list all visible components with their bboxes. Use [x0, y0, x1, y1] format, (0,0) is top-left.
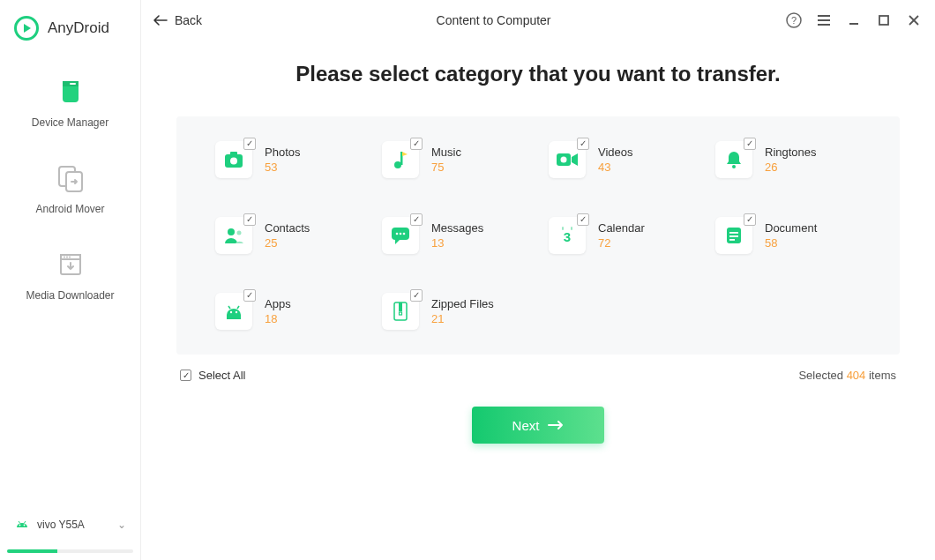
- sidebar-item-android-mover[interactable]: Android Mover: [0, 148, 140, 235]
- svg-point-7: [64, 257, 65, 258]
- sidebar-nav: Device Manager Android Mover Media Downl…: [0, 62, 140, 500]
- category-zipped-files[interactable]: Zipped Files 21: [382, 293, 527, 330]
- category-label: Videos: [598, 146, 633, 159]
- ringtones-icon: [715, 141, 752, 178]
- checkbox-icon: [744, 213, 756, 226]
- checkbox-icon: [243, 138, 256, 150]
- svg-rect-49: [399, 302, 402, 311]
- category-music[interactable]: Music 75: [382, 141, 527, 178]
- svg-point-44: [230, 311, 232, 313]
- contacts-icon: [215, 217, 252, 254]
- arrow-left-icon: [153, 15, 168, 26]
- category-grid-container: Photos 53 Music 75: [176, 116, 900, 355]
- svg-rect-2: [70, 83, 76, 85]
- select-all-checkbox[interactable]: Select All: [180, 369, 245, 382]
- category-count: 18: [265, 312, 291, 325]
- category-count: 26: [765, 161, 817, 174]
- window-actions: ?: [785, 11, 923, 29]
- transfer-icon: [53, 161, 88, 196]
- music-icon: [382, 141, 419, 178]
- close-button[interactable]: [905, 11, 923, 29]
- svg-point-25: [230, 158, 237, 165]
- selected-summary: Selected 404 items: [798, 369, 896, 382]
- download-icon: [53, 247, 88, 282]
- category-label: Photos: [265, 146, 300, 159]
- selected-count: 404: [847, 369, 866, 382]
- category-grid: Photos 53 Music 75: [215, 141, 861, 330]
- category-count: 58: [765, 236, 817, 250]
- svg-line-46: [228, 306, 230, 309]
- checkbox-icon: [744, 138, 756, 150]
- checkbox-icon: [577, 138, 589, 150]
- category-count: 21: [431, 312, 494, 325]
- category-label: Music: [431, 146, 461, 159]
- svg-point-26: [394, 161, 401, 168]
- photos-icon: [215, 141, 252, 178]
- device-storage-bar: [7, 549, 133, 553]
- zip-icon: [382, 293, 419, 330]
- select-all-label: Select All: [198, 369, 245, 382]
- heading: Please select category that you want to …: [295, 62, 781, 86]
- checkbox-icon: [243, 289, 256, 302]
- calendar-icon: 3: [549, 217, 586, 254]
- android-icon: [14, 517, 30, 533]
- titlebar: Back Content to Computer ?: [141, 0, 935, 41]
- svg-rect-38: [571, 227, 572, 230]
- checkbox-icon: [410, 289, 423, 302]
- svg-rect-24: [230, 152, 237, 156]
- svg-point-10: [19, 525, 21, 526]
- svg-rect-42: [729, 235, 738, 237]
- app-name: AnyDroid: [48, 19, 109, 37]
- category-count: 43: [598, 161, 633, 174]
- arrow-right-icon: [548, 420, 564, 430]
- checkbox-icon: [577, 213, 589, 226]
- category-calendar[interactable]: 3 Calendar 72: [549, 217, 694, 254]
- back-button[interactable]: Back: [153, 13, 202, 27]
- minimize-button[interactable]: [845, 11, 863, 29]
- category-contacts[interactable]: Contacts 25: [215, 217, 361, 254]
- device-picker[interactable]: vivo Y55A ⌄: [7, 507, 133, 542]
- category-label: Contacts: [265, 221, 310, 235]
- next-button[interactable]: Next: [472, 407, 604, 444]
- sidebar-item-label: Android Mover: [0, 203, 140, 215]
- document-icon: [715, 217, 752, 254]
- category-apps[interactable]: Apps 18: [215, 293, 361, 330]
- svg-rect-20: [879, 16, 888, 25]
- sidebar-item-device-manager[interactable]: Device Manager: [0, 62, 140, 148]
- svg-line-13: [25, 521, 26, 523]
- category-label: Ringtones: [765, 146, 817, 159]
- category-label: Zipped Files: [431, 297, 494, 310]
- sidebar-item-label: Device Manager: [0, 116, 140, 129]
- category-ringtones[interactable]: Ringtones 26: [715, 141, 861, 178]
- checkbox-icon: [243, 213, 256, 226]
- svg-line-47: [237, 306, 239, 309]
- page-title: Content to Computer: [202, 13, 785, 27]
- main-panel: Back Content to Computer ? Please select…: [141, 0, 935, 560]
- next-label: Next: [512, 418, 540, 433]
- category-label: Apps: [265, 297, 291, 310]
- menu-button[interactable]: [815, 11, 833, 29]
- summary-row: Select All Selected 404 items: [176, 355, 900, 382]
- category-videos[interactable]: Videos 43: [549, 141, 694, 178]
- checkbox-icon: [410, 213, 423, 226]
- category-document[interactable]: Document 58: [715, 217, 861, 254]
- checkbox-icon: [410, 138, 423, 150]
- category-label: Calendar: [598, 221, 645, 235]
- svg-point-45: [236, 311, 237, 313]
- device-name: vivo Y55A: [37, 519, 110, 531]
- svg-point-30: [732, 165, 736, 168]
- category-label: Document: [765, 221, 817, 235]
- apps-icon: [215, 293, 252, 330]
- category-count: 13: [431, 236, 483, 250]
- category-photos[interactable]: Photos 53: [215, 141, 361, 178]
- maximize-button[interactable]: [875, 11, 893, 29]
- category-messages[interactable]: Messages 13: [382, 217, 527, 254]
- svg-point-11: [24, 525, 26, 526]
- sidebar-item-media-downloader[interactable]: Media Downloader: [0, 235, 140, 321]
- svg-text:3: 3: [564, 229, 571, 244]
- svg-rect-41: [729, 232, 738, 234]
- svg-point-9: [69, 257, 71, 258]
- svg-point-34: [396, 233, 399, 235]
- svg-point-31: [228, 228, 235, 235]
- help-button[interactable]: ?: [785, 11, 803, 29]
